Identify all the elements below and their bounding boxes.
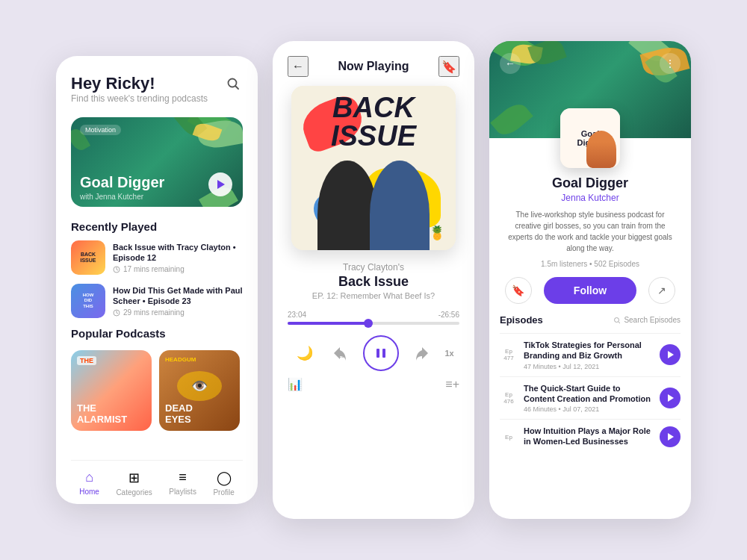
recent-item-2[interactable]: HOWDIDTHIS How Did This Get Made with Pa… — [71, 284, 243, 318]
nav-profile[interactable]: ◯ Profile — [213, 470, 234, 497]
dead-eyes-label: DEADEYES — [165, 403, 193, 425]
svg-point-11 — [615, 317, 619, 322]
episode-item-1[interactable]: Ep 477 TikTok Strategies for Personal Br… — [500, 333, 681, 376]
nav-categories[interactable]: ⊞ Categories — [116, 470, 152, 497]
svg-rect-9 — [376, 349, 379, 358]
progress-section: 23:04 -26:56 — [273, 303, 474, 325]
rewind-button[interactable]: 15 — [328, 341, 352, 365]
svg-line-12 — [619, 322, 620, 323]
bookmark-button[interactable]: 🔖 — [438, 56, 459, 77]
home-header: Hey Ricky! Find this week's trending pod… — [71, 74, 243, 114]
episode-item-3[interactable]: Ep How Intuition Plays a Major Role in W… — [500, 419, 681, 455]
greeting: Hey Ricky! — [71, 74, 208, 93]
ep-number-2: Ep 476 — [500, 391, 518, 405]
screen-podcast-detail: ← ⋮ GoalDigger Goal Digger Jenna Kutcher… — [489, 41, 691, 519]
time-current: 23:04 — [288, 311, 306, 319]
profile-icon: ◯ — [217, 470, 232, 486]
follow-button[interactable]: Follow — [544, 277, 636, 304]
episode-item-2[interactable]: Ep 476 The Quick-Start Guide to Content … — [500, 376, 681, 420]
bookmark-podcast-button[interactable]: 🔖 — [505, 277, 532, 304]
podcast-host: Jenna Kutcher — [504, 193, 676, 203]
ep-info-1: TikTok Strategies for Personal Branding … — [524, 340, 654, 370]
pause-button[interactable] — [363, 335, 399, 371]
popular-card-dead-eyes[interactable]: Headgum DEADEYES 👁️ — [159, 350, 240, 431]
nav-profile-label: Profile — [213, 488, 234, 497]
episodes-section: Episodes Search Episodes Ep 477 TikTok S… — [489, 314, 691, 519]
categories-icon: ⊞ — [128, 470, 140, 486]
recently-played-title: Recently Played — [71, 220, 243, 233]
screen-home: Hey Ricky! Find this week's trending pod… — [56, 56, 258, 504]
ep-title-3: How Intuition Plays a Major Role in Wome… — [524, 426, 654, 447]
recent-thumb-2: HOWDIDTHIS — [71, 284, 105, 318]
playlists-icon: ≡ — [179, 470, 187, 485]
popular-card-alarmist[interactable]: THE THEALARMIST — [71, 350, 152, 431]
queue-icon[interactable]: ≡+ — [445, 378, 459, 391]
ep-meta-1: 47 Minutes • Jul 12, 2021 — [524, 363, 654, 370]
svg-line-4 — [117, 270, 118, 270]
progress-bar[interactable] — [288, 322, 459, 325]
recent-thumb-1: BACKISSUE — [71, 240, 105, 275]
recent-info-1: Back Issue with Tracy Clayton • Episode … — [113, 242, 243, 274]
podcast-header-bg: ← ⋮ GoalDigger — [489, 41, 691, 138]
speed-button[interactable]: 1x — [444, 349, 453, 358]
podcast-album-art: GoalDigger — [560, 108, 620, 168]
svg-line-1 — [236, 87, 239, 90]
episodes-search[interactable]: Search Episodes — [613, 316, 681, 324]
sleep-timer-button[interactable]: 🌙 — [293, 341, 317, 365]
featured-badge: Motivation — [80, 125, 121, 135]
home-subtitle: Find this week's trending podcasts — [71, 93, 208, 104]
alarmist-label: THEALARMIST — [77, 403, 127, 425]
podcast-album-inner: GoalDigger — [560, 108, 620, 168]
recent-time-1: 17 mins remaining — [113, 265, 243, 273]
ep-play-btn-3[interactable] — [660, 426, 681, 447]
player-controls: 🌙 15 1x — [273, 325, 474, 377]
home-icon: ⌂ — [85, 470, 93, 485]
progress-times: 23:04 -26:56 — [288, 311, 459, 319]
popular-title: Popular Podcasts — [71, 327, 243, 340]
ep-play-btn-2[interactable] — [660, 388, 681, 408]
progress-thumb — [364, 319, 373, 328]
featured-host: with Jenna Kutcher — [80, 193, 143, 201]
podcast-album-person — [586, 131, 616, 168]
ep-info-3: How Intuition Plays a Major Role in Wome… — [524, 426, 654, 449]
screen-now-playing: ← Now Playing 🔖 BACKISSUE 🍍 Tracy Clayto… — [273, 41, 474, 519]
podcast-name: Goal Digger — [504, 175, 676, 191]
svg-point-0 — [229, 79, 237, 87]
nav-playlists-label: Playlists — [169, 488, 196, 496]
time-total: -26:56 — [438, 311, 459, 319]
svg-rect-10 — [382, 349, 385, 358]
track-title: Back Issue — [288, 274, 459, 290]
ep-play-btn-1[interactable] — [660, 344, 681, 365]
podcast-description: The live-workshop style business podcast… — [504, 209, 676, 254]
episodes-header: Episodes Search Episodes — [500, 314, 681, 326]
ep-title-1: TikTok Strategies for Personal Branding … — [524, 340, 654, 361]
recent-item-1[interactable]: BACKISSUE Back Issue with Tracy Clayton … — [71, 240, 243, 275]
album-art: BACKISSUE 🍍 — [291, 86, 456, 250]
bottom-nav: ⌂ Home ⊞ Categories ≡ Playlists ◯ Profil… — [71, 460, 243, 504]
recent-info-2: How Did This Get Made with Paul Scheer •… — [113, 285, 243, 317]
album-art-text: BACKISSUE — [291, 93, 456, 150]
search-button[interactable] — [223, 74, 243, 96]
ep-info-2: The Quick-Start Guide to Content Creatio… — [524, 383, 654, 414]
track-artist: Tracy Clayton's — [288, 262, 459, 273]
ep-meta-2: 46 Minutes • Jul 07, 2021 — [524, 405, 654, 413]
track-info: Tracy Clayton's Back Issue EP. 12: Remem… — [273, 262, 474, 300]
podcast-more-button[interactable]: ⋮ — [660, 53, 681, 74]
podcast-stats: 1.5m listeners • 502 Episodes — [504, 260, 676, 268]
pineapple-icon: 🍍 — [429, 225, 445, 241]
forward-button[interactable] — [410, 341, 434, 365]
equalizer-icon[interactable]: 📊 — [288, 377, 303, 391]
podcast-actions: 🔖 Follow ↗ — [504, 277, 676, 304]
popular-grid: THE THEALARMIST Headgum DEADEYES 👁️ — [71, 350, 243, 431]
back-button[interactable]: ← — [288, 56, 309, 77]
featured-play-button[interactable] — [208, 172, 232, 196]
nav-home[interactable]: ⌂ Home — [79, 470, 99, 497]
podcast-back-button[interactable]: ← — [500, 53, 521, 74]
now-playing-header: ← Now Playing 🔖 — [273, 41, 474, 86]
nav-playlists[interactable]: ≡ Playlists — [169, 470, 196, 497]
ep-number-1: Ep 477 — [500, 348, 518, 361]
share-podcast-button[interactable]: ↗ — [648, 277, 675, 304]
recent-time-2: 29 mins remaining — [113, 308, 243, 317]
episodes-title: Episodes — [500, 314, 543, 326]
featured-card[interactable]: Motivation Goal Digger with Jenna Kutche… — [71, 117, 243, 207]
